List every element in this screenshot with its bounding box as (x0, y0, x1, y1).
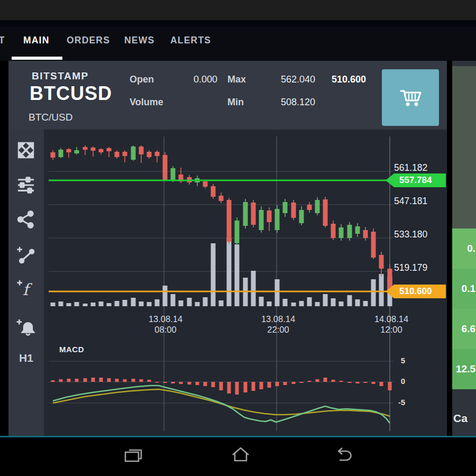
cancel-button-partial[interactable]: Ca (453, 412, 468, 425)
volume-label: Volume (130, 97, 163, 108)
tab-alerts[interactable]: ALERTS (170, 35, 211, 46)
bottom-accent-line (0, 436, 476, 437)
price-axis-label: 533.180 (394, 229, 444, 240)
chart-toolbar: f H1 (8, 130, 45, 436)
recents-icon (125, 450, 141, 461)
home-icon (233, 448, 249, 461)
app-header: BITSTAMP BTCUSD BTC/USD Open 0.000 Volum… (8, 61, 447, 130)
back-button[interactable] (332, 443, 356, 468)
symbol-name: BTCUSD (30, 83, 112, 105)
price-axis-label: 547.181 (394, 196, 444, 207)
pair-name: BTC/USD (29, 112, 72, 123)
order-book-row[interactable]: 0. (452, 228, 476, 269)
time-axis-label: 13.08.1422:00 (244, 314, 313, 335)
order-book-row[interactable]: 0.1 (452, 269, 476, 309)
min-value: 508.120 (265, 97, 315, 108)
add-alert-icon[interactable] (16, 317, 36, 337)
buy-button[interactable] (382, 69, 439, 126)
time-axis-label: 14.08.1412:00 (357, 314, 426, 335)
expand-icon[interactable] (16, 140, 36, 160)
macd-axis-label: 5 (385, 356, 405, 365)
order-book-panel: 0.0.16.612.5 Ca (452, 61, 476, 436)
order-book-row[interactable]: 6.6 (452, 309, 476, 349)
alert-price-line-tag: 557.784 (386, 173, 446, 187)
tab-main[interactable]: MAIN (23, 35, 50, 46)
add-trendline-icon[interactable] (16, 245, 36, 265)
active-tab-underline (12, 57, 62, 60)
last-price: 510.600 (321, 74, 366, 85)
screen: NT MAIN ORDERS NEWS ALERTS BITSTAMP BTCU… (0, 0, 476, 476)
tab-news[interactable]: NEWS (124, 35, 154, 46)
macd-axis-label: 0 (385, 377, 405, 386)
last-price-line-tag: 510.600 (386, 285, 446, 298)
status-gap (0, 20, 476, 26)
macd-axis-label: -5 (385, 398, 405, 407)
price-axis-label: 519.179 (394, 262, 444, 273)
macd-indicator-label: MACD (59, 345, 84, 354)
order-book-header-partial (452, 66, 476, 228)
chart-canvas[interactable] (44, 130, 447, 436)
open-label: Open (130, 74, 154, 85)
back-icon (338, 448, 351, 460)
status-bar (0, 0, 476, 20)
chart-panel: 557.784510.600561.182547.181533.180519.1… (44, 130, 447, 436)
exchange-name: BITSTAMP (32, 70, 89, 82)
tab-bar: NT MAIN ORDERS NEWS ALERTS (0, 26, 476, 61)
open-value: 0.000 (167, 74, 217, 85)
home-button[interactable] (228, 443, 253, 468)
svg-text:f: f (23, 280, 33, 298)
price-axis-label: 561.182 (394, 162, 444, 173)
share-icon[interactable] (16, 209, 36, 230)
add-function-icon[interactable]: f (16, 278, 36, 298)
max-value: 562.040 (265, 74, 315, 85)
recents-button[interactable] (121, 443, 145, 468)
android-nav-bar (0, 439, 476, 476)
max-label: Max (227, 74, 246, 85)
min-label: Min (227, 97, 244, 108)
tab-account-partial[interactable]: NT (0, 35, 5, 46)
cart-icon (396, 85, 425, 111)
order-book-row[interactable]: 12.5 (452, 349, 476, 389)
sliders-icon[interactable] (16, 175, 36, 195)
tab-orders[interactable]: ORDERS (67, 35, 110, 46)
timeframe-button[interactable]: H1 (8, 352, 44, 364)
time-axis-label: 13.08.1408:00 (131, 314, 200, 335)
